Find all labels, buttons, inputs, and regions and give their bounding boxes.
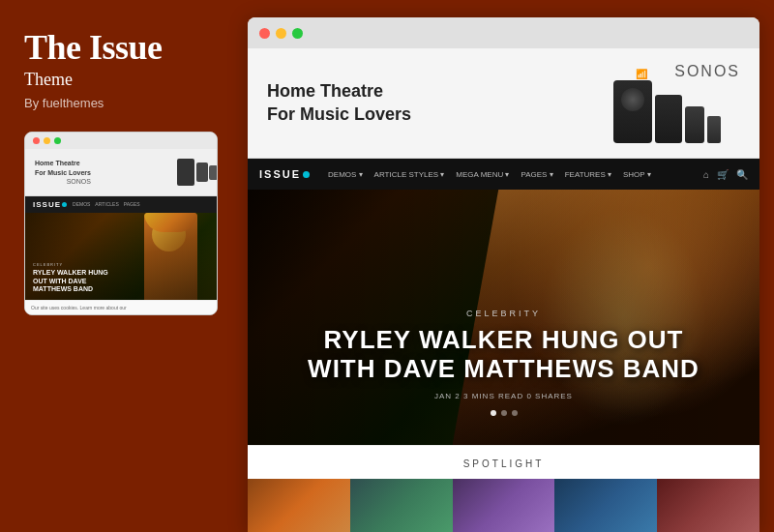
mini-logo: ISSUE <box>33 200 67 209</box>
thumb-item-5[interactable] <box>657 479 759 532</box>
nav-item-articles[interactable]: ARTICLE STYLES ▾ <box>370 168 450 181</box>
sidebar-title: The Issue <box>24 29 221 68</box>
nav-item-pages[interactable]: PAGES ▾ <box>516 168 557 181</box>
nav-item-mega[interactable]: MEGA MENU ▾ <box>451 168 514 181</box>
sidebar-subtitle: Theme <box>24 70 221 90</box>
mini-hero: CELEBRITY RYLEY WALKER HUNG OUT WITH DAV… <box>25 213 217 300</box>
mini-nav-item: PAGES <box>124 201 140 207</box>
mini-ad-brand: SONOS <box>35 178 91 185</box>
thumbnail-row <box>248 479 759 532</box>
nav-item-features[interactable]: FEATURES ▾ <box>560 168 616 181</box>
mini-ad-banner: Home TheatreFor Music Lovers SONOS <box>25 149 217 196</box>
mini-speaker-image <box>164 157 207 188</box>
mini-hero-face <box>144 213 197 300</box>
mini-dot-yellow <box>44 137 50 144</box>
ad-speakers-image: 📶 <box>613 80 721 143</box>
nav-cart-icon[interactable]: 🛒 <box>717 169 729 180</box>
mini-speaker-small <box>196 163 208 182</box>
wifi-icon: 📶 <box>636 69 647 79</box>
sidebar-by: By fuelthemes <box>24 96 221 110</box>
nav-item-shop[interactable]: SHOP ▾ <box>618 168 656 181</box>
mini-browser-preview: Home TheatreFor Music Lovers SONOS ISSUE… <box>24 132 218 315</box>
speaker-small <box>685 106 704 143</box>
hero-category: CELEBRITY <box>248 309 759 318</box>
spotlight-bar: SPOTLIGHT <box>248 445 759 479</box>
speaker-main <box>613 80 652 143</box>
hero-content: CELEBRITY RYLEY WALKER HUNG OUT WITH DAV… <box>248 309 759 416</box>
nav-items[interactable]: DEMOS ▾ ARTICLE STYLES ▾ MEGA MENU ▾ PAG… <box>323 168 656 181</box>
mini-hero-category: CELEBRITY <box>33 262 120 267</box>
mini-nav-items: DEMOS ARTICLES PAGES <box>73 201 140 207</box>
thumb-item-3[interactable] <box>453 479 555 532</box>
hero-dot-3[interactable] <box>512 410 518 416</box>
main-dot-green[interactable] <box>292 28 303 39</box>
speaker-tiny <box>707 116 721 143</box>
mini-browser-bar <box>25 133 217 149</box>
mini-nav-item: ARTICLES <box>95 201 118 207</box>
hero-section: CELEBRITY RYLEY WALKER HUNG OUT WITH DAV… <box>248 190 759 445</box>
ad-brand: SONOS <box>674 63 740 80</box>
mini-speaker-tiny <box>209 165 218 180</box>
ad-banner-right: SONOS 📶 <box>613 63 740 143</box>
sidebar: The Issue Theme By fuelthemes Home Theat… <box>0 0 240 532</box>
mini-speaker-main <box>177 159 194 186</box>
nav-home-icon[interactable]: ⌂ <box>703 169 709 180</box>
ad-banner-text: Home Theatre For Music Lovers <box>267 80 411 126</box>
main-browser-bar <box>248 17 759 48</box>
nav-right-icons: ⌂ 🛒 🔍 <box>703 169 748 180</box>
mini-logo-dot <box>62 202 67 207</box>
mini-nav: ISSUE DEMOS ARTICLES PAGES <box>25 196 217 213</box>
main-browser: Home Theatre For Music Lovers SONOS 📶 IS… <box>248 17 759 532</box>
main-dot-yellow[interactable] <box>276 28 286 39</box>
thumb-item-2[interactable] <box>350 479 453 532</box>
ad-banner: Home Theatre For Music Lovers SONOS 📶 <box>248 48 759 159</box>
speaker-mid <box>655 95 682 143</box>
nav-item-demos[interactable]: DEMOS ▾ <box>323 168 368 181</box>
mini-ad-text: Home TheatreFor Music Lovers <box>35 159 91 178</box>
mini-nav-item: DEMOS <box>73 201 90 207</box>
hero-dot-2[interactable] <box>501 410 507 416</box>
nav-search-icon[interactable]: 🔍 <box>736 169 748 180</box>
mini-hero-title: RYLEY WALKER HUNG OUT WITH DAVE MATTHEWS… <box>33 269 120 293</box>
site-nav: ISSUE DEMOS ▾ ARTICLE STYLES ▾ MEGA MENU… <box>248 159 759 190</box>
hero-meta: JAN 2 3 MINS READ 0 SHARES <box>248 392 759 400</box>
main-dot-red[interactable] <box>259 28 270 39</box>
site-logo: ISSUE <box>259 168 310 180</box>
mini-dot-red <box>33 137 40 144</box>
logo-dot <box>303 171 310 178</box>
mini-dot-green <box>54 137 61 144</box>
hero-title: RYLEY WALKER HUNG OUT WITH DAVE MATTHEWS… <box>248 326 759 384</box>
hero-carousel-dots[interactable] <box>248 410 759 416</box>
spotlight-label: SPOTLIGHT <box>463 458 545 469</box>
thumb-item-1[interactable] <box>248 479 350 532</box>
thumb-item-4[interactable] <box>554 479 657 532</box>
hero-dot-1[interactable] <box>491 410 496 416</box>
mini-cookie-notice: Our site uses cookies. Learn more about … <box>25 300 217 314</box>
